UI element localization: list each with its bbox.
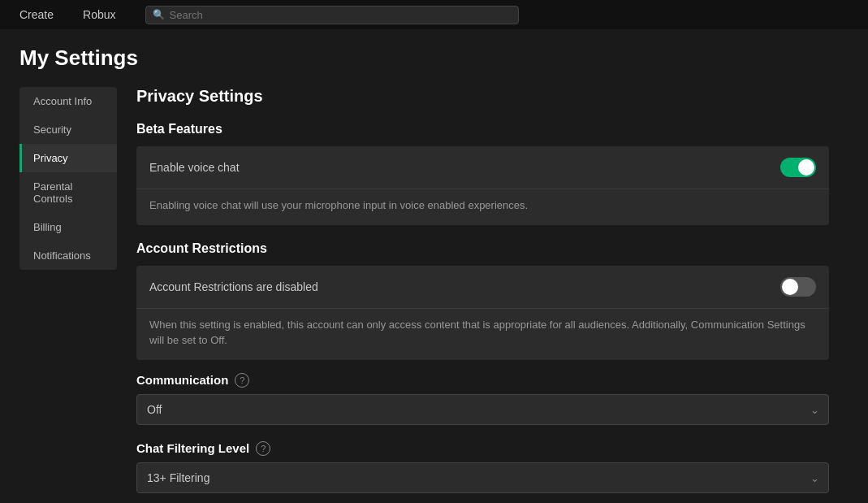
search-icon: 🔍 — [153, 9, 165, 20]
account-restrictions-toggle-knob — [782, 279, 798, 295]
nav-create[interactable]: Create — [13, 8, 60, 21]
communication-help-icon[interactable]: ? — [235, 373, 249, 388]
communication-dropdown-wrapper: Off Friends Everyone ⌄ — [136, 394, 829, 425]
search-input[interactable] — [170, 9, 512, 21]
voice-chat-label: Enable voice chat — [149, 161, 240, 174]
sidebar-item-notifications[interactable]: Notifications — [19, 241, 117, 270]
nav-robux[interactable]: Robux — [76, 8, 122, 21]
voice-chat-toggle-knob — [798, 159, 814, 176]
account-restrictions-row: Account Restrictions are disabled — [136, 266, 829, 309]
sidebar-item-security[interactable]: Security — [19, 115, 117, 144]
account-restrictions-toggle[interactable] — [780, 277, 816, 297]
communication-label-row: Communication ? — [136, 373, 829, 388]
content-layout: Account Info Security Privacy Parental C… — [19, 87, 849, 503]
communication-label: Communication — [136, 373, 228, 387]
voice-chat-toggle-track — [780, 158, 816, 177]
chat-filtering-help-icon[interactable]: ? — [256, 441, 270, 456]
sidebar: Account Info Security Privacy Parental C… — [19, 87, 117, 270]
beta-features-card: Enable voice chat Enabling voice chat wi… — [136, 146, 829, 225]
privacy-settings-title: Privacy Settings — [136, 87, 829, 106]
sidebar-item-parental-controls[interactable]: Parental Controls — [19, 172, 117, 213]
voice-chat-row: Enable voice chat — [136, 146, 829, 189]
account-restrictions-card: Account Restrictions are disabled When t… — [136, 266, 829, 360]
voice-chat-description: Enabling voice chat will use your microp… — [136, 189, 829, 225]
account-restrictions-label: Account Restrictions are disabled — [149, 280, 318, 293]
chat-filtering-select[interactable]: 13+ Filtering Maximum Filtering — [136, 462, 829, 493]
sidebar-item-billing[interactable]: Billing — [19, 213, 117, 241]
voice-chat-toggle[interactable] — [780, 158, 816, 177]
account-restrictions-description: When this setting is enabled, this accou… — [136, 309, 829, 360]
chat-filtering-group: Chat Filtering Level ? 13+ Filtering Max… — [136, 441, 829, 493]
main-content: Privacy Settings Beta Features Enable vo… — [117, 87, 849, 503]
search-bar: 🔍 — [145, 6, 519, 24]
account-restrictions-title: Account Restrictions — [136, 241, 829, 256]
top-nav: Create Robux 🔍 — [0, 0, 868, 29]
beta-features-title: Beta Features — [136, 122, 829, 137]
chat-filtering-label: Chat Filtering Level — [136, 441, 249, 455]
page-title: My Settings — [19, 46, 849, 71]
sidebar-item-account-info[interactable]: Account Info — [19, 87, 117, 115]
communication-group: Communication ? Off Friends Everyone ⌄ — [136, 373, 829, 425]
page-container: My Settings Account Info Security Privac… — [0, 29, 868, 503]
communication-select[interactable]: Off Friends Everyone — [136, 394, 829, 425]
chat-filtering-dropdown-wrapper: 13+ Filtering Maximum Filtering ⌄ — [136, 462, 829, 493]
sidebar-item-privacy[interactable]: Privacy — [19, 144, 117, 172]
account-restrictions-toggle-track — [780, 277, 816, 297]
chat-filtering-label-row: Chat Filtering Level ? — [136, 441, 829, 456]
